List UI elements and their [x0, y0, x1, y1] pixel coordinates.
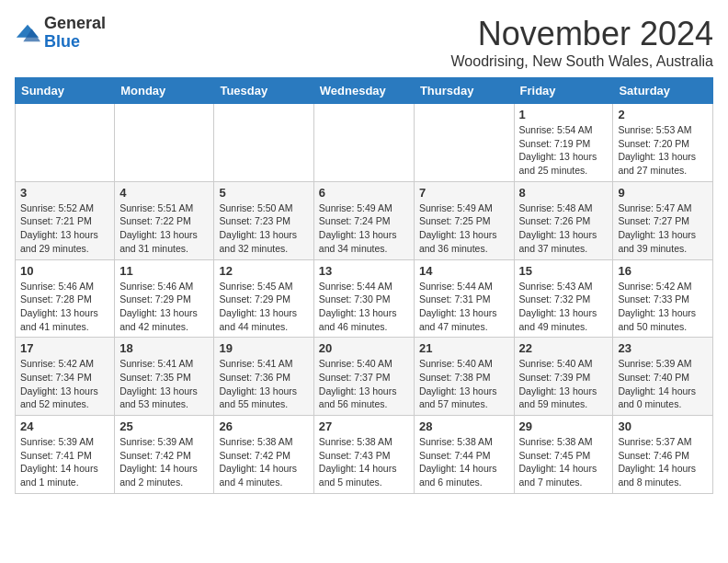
calendar-day-cell: 15Sunrise: 5:43 AM Sunset: 7:32 PM Dayli… — [514, 259, 613, 338]
calendar-body: 1Sunrise: 5:54 AM Sunset: 7:19 PM Daylig… — [16, 104, 713, 494]
day-info: Sunrise: 5:54 AM Sunset: 7:19 PM Dayligh… — [519, 123, 609, 178]
day-info: Sunrise: 5:46 AM Sunset: 7:29 PM Dayligh… — [119, 280, 209, 334]
day-info: Sunrise: 5:48 AM Sunset: 7:26 PM Dayligh… — [519, 201, 609, 256]
calendar-day-cell: 9Sunrise: 5:47 AM Sunset: 7:27 PM Daylig… — [613, 181, 713, 259]
weekday-header-cell: Thursday — [414, 78, 514, 104]
day-info: Sunrise: 5:52 AM Sunset: 7:21 PM Dayligh… — [20, 201, 109, 256]
day-number: 8 — [519, 186, 609, 200]
logo: General Blue — [15, 15, 106, 52]
page-header: General Blue November 2024 Woodrising, N… — [15, 15, 713, 70]
calendar-day-cell: 18Sunrise: 5:41 AM Sunset: 7:35 PM Dayli… — [115, 338, 214, 416]
weekday-header-cell: Tuesday — [214, 78, 313, 104]
day-info: Sunrise: 5:38 AM Sunset: 7:43 PM Dayligh… — [319, 435, 409, 489]
day-info: Sunrise: 5:53 AM Sunset: 7:20 PM Dayligh… — [618, 123, 708, 178]
day-number: 4 — [119, 186, 209, 200]
day-number: 23 — [618, 341, 708, 355]
day-number: 13 — [319, 264, 409, 278]
weekday-header-cell: Monday — [115, 78, 214, 104]
day-info: Sunrise: 5:38 AM Sunset: 7:45 PM Dayligh… — [519, 435, 609, 489]
calendar-day-cell — [214, 104, 313, 182]
day-info: Sunrise: 5:50 AM Sunset: 7:23 PM Dayligh… — [219, 201, 308, 256]
day-info: Sunrise: 5:46 AM Sunset: 7:28 PM Dayligh… — [20, 280, 109, 334]
day-info: Sunrise: 5:39 AM Sunset: 7:42 PM Dayligh… — [119, 435, 209, 489]
day-info: Sunrise: 5:41 AM Sunset: 7:36 PM Dayligh… — [219, 357, 308, 411]
calendar-day-cell: 28Sunrise: 5:38 AM Sunset: 7:44 PM Dayli… — [414, 416, 514, 494]
day-number: 16 — [618, 264, 708, 278]
calendar-day-cell — [414, 104, 514, 182]
day-number: 1 — [519, 108, 609, 121]
day-number: 12 — [219, 264, 308, 278]
day-info: Sunrise: 5:37 AM Sunset: 7:46 PM Dayligh… — [618, 435, 708, 489]
day-info: Sunrise: 5:49 AM Sunset: 7:24 PM Dayligh… — [319, 201, 409, 256]
calendar-day-cell: 23Sunrise: 5:39 AM Sunset: 7:40 PM Dayli… — [613, 338, 713, 416]
calendar-day-cell — [313, 104, 414, 182]
day-info: Sunrise: 5:51 AM Sunset: 7:22 PM Dayligh… — [119, 201, 209, 256]
day-info: Sunrise: 5:42 AM Sunset: 7:33 PM Dayligh… — [618, 280, 708, 334]
calendar-day-cell: 1Sunrise: 5:54 AM Sunset: 7:19 PM Daylig… — [514, 104, 613, 182]
calendar-day-cell: 2Sunrise: 5:53 AM Sunset: 7:20 PM Daylig… — [613, 104, 713, 182]
weekday-header-cell: Sunday — [16, 78, 115, 104]
calendar-day-cell: 8Sunrise: 5:48 AM Sunset: 7:26 PM Daylig… — [514, 181, 613, 259]
day-number: 24 — [20, 419, 109, 433]
day-info: Sunrise: 5:45 AM Sunset: 7:29 PM Dayligh… — [219, 280, 308, 334]
day-number: 28 — [419, 419, 509, 433]
logo-text: General Blue — [44, 15, 106, 52]
day-info: Sunrise: 5:40 AM Sunset: 7:39 PM Dayligh… — [519, 357, 609, 411]
title-block: November 2024 Woodrising, New South Wale… — [451, 15, 713, 70]
day-info: Sunrise: 5:41 AM Sunset: 7:35 PM Dayligh… — [119, 357, 209, 411]
day-info: Sunrise: 5:42 AM Sunset: 7:34 PM Dayligh… — [20, 357, 109, 411]
day-number: 29 — [519, 419, 609, 433]
weekday-header-cell: Saturday — [613, 78, 713, 104]
calendar-day-cell — [16, 104, 115, 182]
day-info: Sunrise: 5:38 AM Sunset: 7:42 PM Dayligh… — [219, 435, 308, 489]
calendar-day-cell: 30Sunrise: 5:37 AM Sunset: 7:46 PM Dayli… — [613, 416, 713, 494]
day-number: 3 — [20, 186, 109, 200]
calendar-week-row: 3Sunrise: 5:52 AM Sunset: 7:21 PM Daylig… — [16, 181, 713, 259]
calendar-day-cell: 22Sunrise: 5:40 AM Sunset: 7:39 PM Dayli… — [514, 338, 613, 416]
day-info: Sunrise: 5:49 AM Sunset: 7:25 PM Dayligh… — [419, 201, 509, 256]
calendar-day-cell: 10Sunrise: 5:46 AM Sunset: 7:28 PM Dayli… — [16, 259, 115, 338]
calendar-day-cell — [115, 104, 214, 182]
day-number: 30 — [618, 419, 708, 433]
calendar-day-cell: 4Sunrise: 5:51 AM Sunset: 7:22 PM Daylig… — [115, 181, 214, 259]
calendar-day-cell: 21Sunrise: 5:40 AM Sunset: 7:38 PM Dayli… — [414, 338, 514, 416]
day-number: 21 — [419, 341, 509, 355]
day-number: 10 — [20, 264, 109, 278]
calendar-day-cell: 12Sunrise: 5:45 AM Sunset: 7:29 PM Dayli… — [214, 259, 313, 338]
calendar-day-cell: 29Sunrise: 5:38 AM Sunset: 7:45 PM Dayli… — [514, 416, 613, 494]
day-info: Sunrise: 5:44 AM Sunset: 7:30 PM Dayligh… — [319, 280, 409, 334]
day-number: 2 — [618, 108, 708, 121]
month-title: November 2024 — [451, 15, 713, 53]
day-number: 27 — [319, 419, 409, 433]
calendar-day-cell: 13Sunrise: 5:44 AM Sunset: 7:30 PM Dayli… — [313, 259, 414, 338]
day-number: 25 — [119, 419, 209, 433]
day-number: 17 — [20, 341, 109, 355]
day-info: Sunrise: 5:47 AM Sunset: 7:27 PM Dayligh… — [618, 201, 708, 256]
calendar-day-cell: 7Sunrise: 5:49 AM Sunset: 7:25 PM Daylig… — [414, 181, 514, 259]
day-info: Sunrise: 5:40 AM Sunset: 7:37 PM Dayligh… — [319, 357, 409, 411]
day-number: 22 — [519, 341, 609, 355]
day-number: 6 — [319, 186, 409, 200]
day-number: 18 — [119, 341, 209, 355]
day-info: Sunrise: 5:38 AM Sunset: 7:44 PM Dayligh… — [419, 435, 509, 489]
day-number: 14 — [419, 264, 509, 278]
day-info: Sunrise: 5:43 AM Sunset: 7:32 PM Dayligh… — [519, 280, 609, 334]
day-number: 9 — [618, 186, 708, 200]
day-info: Sunrise: 5:39 AM Sunset: 7:41 PM Dayligh… — [20, 435, 109, 489]
day-number: 5 — [219, 186, 308, 200]
day-info: Sunrise: 5:40 AM Sunset: 7:38 PM Dayligh… — [419, 357, 509, 411]
calendar-day-cell: 24Sunrise: 5:39 AM Sunset: 7:41 PM Dayli… — [16, 416, 115, 494]
calendar-day-cell: 6Sunrise: 5:49 AM Sunset: 7:24 PM Daylig… — [313, 181, 414, 259]
calendar-day-cell: 16Sunrise: 5:42 AM Sunset: 7:33 PM Dayli… — [613, 259, 713, 338]
day-info: Sunrise: 5:44 AM Sunset: 7:31 PM Dayligh… — [419, 280, 509, 334]
calendar-day-cell: 11Sunrise: 5:46 AM Sunset: 7:29 PM Dayli… — [115, 259, 214, 338]
calendar-week-row: 10Sunrise: 5:46 AM Sunset: 7:28 PM Dayli… — [16, 259, 713, 338]
calendar-day-cell: 5Sunrise: 5:50 AM Sunset: 7:23 PM Daylig… — [214, 181, 313, 259]
calendar-day-cell: 20Sunrise: 5:40 AM Sunset: 7:37 PM Dayli… — [313, 338, 414, 416]
calendar-day-cell: 25Sunrise: 5:39 AM Sunset: 7:42 PM Dayli… — [115, 416, 214, 494]
day-number: 11 — [119, 264, 209, 278]
calendar-week-row: 1Sunrise: 5:54 AM Sunset: 7:19 PM Daylig… — [16, 104, 713, 182]
calendar-day-cell: 14Sunrise: 5:44 AM Sunset: 7:31 PM Dayli… — [414, 259, 514, 338]
day-number: 19 — [219, 341, 308, 355]
day-number: 15 — [519, 264, 609, 278]
